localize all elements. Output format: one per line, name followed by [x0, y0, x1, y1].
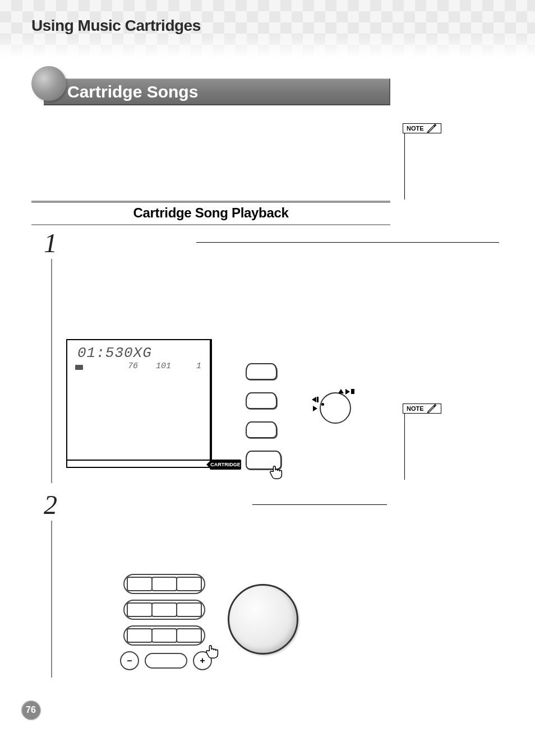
dial-knob-icon [320, 392, 351, 424]
section-title-circle [31, 66, 66, 101]
step-title-rule-1 [196, 242, 499, 243]
step-number-1: 1 [44, 228, 57, 258]
dial-arrow-right-icon [313, 406, 317, 411]
page-number-badge: 76 [21, 701, 40, 720]
keypad-key[interactable] [176, 577, 202, 591]
keypad-key[interactable] [127, 602, 153, 617]
note-label: NOTE [407, 405, 424, 412]
lcd-value-3: 1 [196, 361, 201, 371]
cartridge-flag: CARTRIDGE [210, 460, 241, 470]
step-rule-1 [51, 259, 52, 483]
keypad-key[interactable] [151, 577, 177, 591]
note-label: NOTE [407, 125, 424, 132]
dial-stop-icon [351, 389, 354, 394]
subsection-heading-text: Cartridge Song Playback [133, 205, 288, 220]
hand-pointer-icon [268, 464, 285, 481]
step-rule-2 [51, 521, 52, 678]
keypad-key[interactable] [127, 628, 153, 643]
hand-pointer-icon [204, 643, 221, 660]
dial-arrow-up-icon [338, 389, 344, 393]
lcd-display: 01:530XG 76 101 1 [66, 339, 212, 468]
dial-arrow-left-icon [312, 397, 316, 402]
keypad-key[interactable] [176, 628, 202, 643]
note-callout-1: NOTE [403, 123, 441, 133]
lcd-cartridge-icon [75, 365, 83, 370]
pencil-icon [426, 123, 437, 134]
dial-bar-left-icon [317, 397, 319, 402]
number-keypad: – + [123, 574, 212, 670]
section-title-bar: Cartridge Songs [44, 78, 390, 105]
dial-dot-icon [321, 403, 324, 406]
lcd-value-1: 76 [128, 361, 138, 371]
lcd-main-text: 01:530XG [77, 345, 152, 361]
pencil-icon [426, 403, 437, 414]
lcd-cartridge-underline [66, 460, 212, 462]
keypad-key[interactable] [127, 577, 153, 591]
page-header: Using Music Cartridges [31, 17, 201, 35]
panel-button-2[interactable] [246, 392, 277, 409]
keypad-key[interactable] [151, 628, 177, 643]
minus-button[interactable]: – [120, 651, 139, 670]
keypad-key[interactable] [176, 602, 202, 617]
data-dial-small[interactable] [320, 392, 351, 424]
note-rule-1 [404, 133, 405, 200]
lcd-value-2: 101 [156, 361, 171, 371]
keypad-zero-button[interactable] [145, 653, 187, 669]
panel-button-3[interactable] [246, 421, 277, 438]
keypad-key[interactable] [151, 602, 177, 617]
dial-arrow-play-icon [345, 389, 350, 395]
note-rule-2 [404, 414, 405, 480]
panel-button-1[interactable] [246, 363, 277, 380]
note-callout-2: NOTE [403, 403, 441, 414]
subsection-heading: Cartridge Song Playback [31, 201, 390, 225]
step-number-2: 2 [44, 489, 57, 520]
data-dial-large[interactable] [228, 584, 298, 655]
step-title-rule-2 [252, 504, 387, 505]
